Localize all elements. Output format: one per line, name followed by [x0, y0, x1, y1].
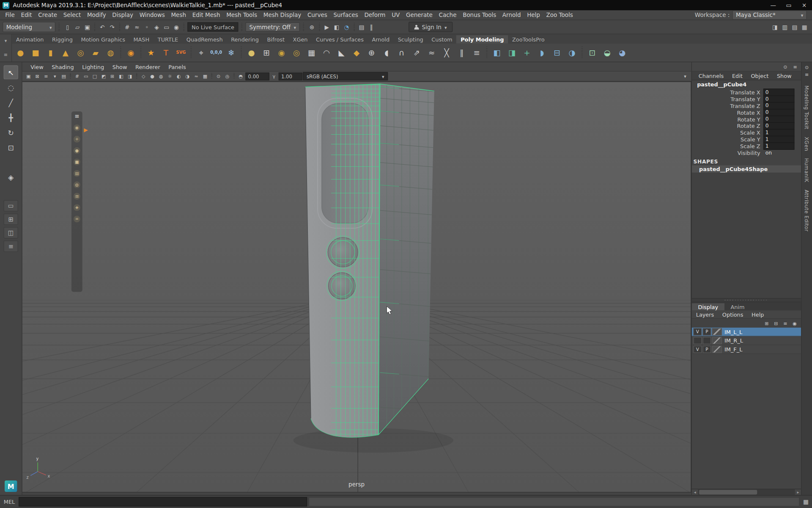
shelf-tab[interactable]: Animation	[12, 35, 48, 44]
overlay-list-icon[interactable]: ≡	[74, 215, 80, 222]
layout-single-pane[interactable]: ▭	[4, 200, 18, 212]
grid-toggle-icon[interactable]: #	[73, 72, 82, 80]
menubar-item[interactable]: Edit	[18, 12, 35, 19]
gate-mask-icon[interactable]: ◩	[99, 72, 108, 80]
shelf-tab[interactable]: ZooToolsPro	[508, 35, 549, 44]
attribute-label[interactable]: Translate X	[692, 89, 763, 95]
menubar-item[interactable]: Windows	[136, 12, 168, 19]
mirror-icon[interactable]: ◧	[489, 45, 505, 61]
menubar-item[interactable]: Deform	[361, 12, 389, 19]
gamma-icon[interactable]: γ	[270, 72, 278, 80]
menubar-item[interactable]: File	[2, 12, 18, 19]
attribute-value-field[interactable]: 1	[763, 142, 794, 149]
edit-edge-flow-icon[interactable]: ≈	[424, 45, 439, 61]
ipr-render-icon[interactable]: ◔	[342, 22, 351, 32]
layer-color-swatch[interactable]	[712, 346, 722, 353]
toggle-attribute-editor-icon[interactable]: ▥	[780, 22, 790, 32]
pause-viewport-icon[interactable]: ‖	[366, 22, 376, 32]
combine-icon[interactable]: ◉	[274, 45, 289, 61]
scroll-left-arrow[interactable]: ◂	[692, 489, 698, 495]
menubar-item[interactable]: Bonus Tools	[460, 12, 499, 19]
panel-menu-item[interactable]: Show	[108, 64, 131, 70]
exposure-icon[interactable]: ◓	[237, 72, 245, 80]
triangulate-icon[interactable]: ◣	[334, 45, 349, 61]
sidebar-vertical-tab[interactable]: XGen	[804, 137, 809, 151]
select-tool[interactable]: ↖	[4, 65, 18, 79]
sidebar-pin-icon[interactable]: ⊙	[782, 63, 789, 70]
overlay-move-icon[interactable]: +	[74, 136, 80, 143]
side-toolbar-play-icon[interactable]: ▶	[84, 127, 88, 133]
attribute-label[interactable]: Scale Y	[692, 136, 763, 142]
menubar-item[interactable]: Modify	[84, 12, 109, 19]
safe-title-icon[interactable]: ◨	[126, 72, 134, 80]
symmetry-select[interactable]: Symmetry: Off	[246, 22, 300, 32]
menubar-item[interactable]: Zoo Tools	[543, 12, 576, 19]
safe-action-icon[interactable]: ◧	[117, 72, 126, 80]
type-tool-icon[interactable]: T	[159, 45, 174, 61]
image-plane-icon[interactable]: ▤	[60, 72, 68, 80]
layer-color-swatch[interactable]	[712, 328, 722, 335]
attribute-label[interactable]: Rotate Y	[692, 116, 763, 122]
menu-set-select[interactable]: Modeling	[3, 22, 55, 32]
overlay-circle-icon[interactable]: ◍	[74, 182, 80, 188]
panel-menu-item[interactable]: View	[26, 64, 47, 70]
shelf-tab[interactable]: Arnold	[368, 35, 394, 44]
menubar-item[interactable]: Mesh	[168, 12, 189, 19]
lock-camera-icon[interactable]: ⊠	[33, 72, 41, 80]
poly-cone-icon[interactable]: ▲	[58, 45, 73, 61]
layer-playback-toggle[interactable]	[703, 337, 711, 344]
attribute-value-field[interactable]: 0	[763, 122, 794, 129]
sidebar-menu-icon[interactable]: ≡	[791, 63, 799, 70]
layer-menu-item[interactable]: Layers	[692, 311, 718, 318]
ambient-occlusion-icon[interactable]: ◑	[183, 72, 192, 80]
new-scene-icon[interactable]: ▯	[63, 22, 72, 32]
construction-history-icon[interactable]: ⊛	[307, 22, 317, 32]
attribute-label[interactable]: Rotate X	[692, 109, 763, 116]
open-render-view-icon[interactable]: ▶	[322, 22, 332, 32]
workspace-select[interactable]: Maya Classic*	[732, 10, 807, 19]
poly-sphere-icon[interactable]: ●	[13, 45, 28, 61]
attribute-value-field[interactable]: 1	[763, 135, 794, 143]
snap-to-origin-icon[interactable]: 0,0,0	[208, 45, 224, 61]
shelf-tab[interactable]: Rigging	[48, 35, 77, 44]
channel-box-menu-item[interactable]: Channels	[695, 72, 727, 79]
layer-row[interactable]: V P IM_F_L	[692, 345, 801, 354]
paint-select-tool[interactable]: ╱	[4, 95, 18, 109]
poly-cylinder-icon[interactable]: ▮	[43, 45, 58, 61]
layer-editor-tab[interactable]: Anim	[724, 303, 751, 310]
outliner-toggle[interactable]: ≡	[4, 240, 18, 252]
channel-box-menu-item[interactable]: Edit	[728, 72, 746, 79]
isolate-select-icon[interactable]: ⊙	[214, 72, 223, 80]
layer-new-empty-icon[interactable]: ⊞	[763, 320, 771, 327]
redo-icon[interactable]: ↷	[107, 22, 117, 32]
poly-torus-icon[interactable]: ◎	[73, 45, 88, 61]
menubar-item[interactable]: Help	[524, 12, 543, 19]
live-surface-field[interactable]: No Live Surface	[187, 22, 238, 32]
create-polygon-star-icon[interactable]: ★	[143, 45, 159, 61]
menubar-item[interactable]: Display	[109, 12, 136, 19]
attribute-label[interactable]: Scale Z	[692, 143, 763, 149]
script-editor-icon[interactable]: ▦	[801, 497, 810, 506]
layer-color-swatch[interactable]	[712, 337, 722, 344]
toolbar-grip[interactable]	[241, 23, 242, 31]
attribute-value-field[interactable]: 0	[763, 109, 794, 116]
view-transform-select[interactable]: sRGB (ACES)	[303, 72, 388, 80]
save-scene-icon[interactable]: ▣	[82, 22, 92, 32]
svg-tool-icon[interactable]: SVG	[173, 45, 189, 61]
snap-to-curve-icon[interactable]: ≈	[132, 22, 142, 32]
command-line-input[interactable]	[19, 497, 307, 506]
poly-plane-icon[interactable]: ▰	[88, 45, 103, 61]
layer-visibility-toggle[interactable]: V	[694, 346, 702, 353]
menubar-item[interactable]: Edit Mesh	[189, 12, 223, 19]
attribute-label[interactable]: Scale X	[692, 130, 763, 136]
bookmarks-icon[interactable]: ▾	[51, 72, 59, 80]
motion-blur-icon[interactable]: ≈	[192, 72, 200, 80]
hypershade-icon[interactable]: ◒	[600, 45, 615, 61]
channel-box-menu-item[interactable]: Show	[773, 72, 795, 79]
attribute-value-field[interactable]: 0	[763, 102, 794, 109]
menubar-item[interactable]: Arnold	[499, 12, 524, 19]
overlay-select-icon[interactable]: ◉	[74, 124, 80, 131]
panel-splitter[interactable]	[692, 298, 801, 302]
snap-to-grid-icon[interactable]: #	[122, 22, 132, 32]
shaded-mode-icon[interactable]: ●	[148, 72, 156, 80]
